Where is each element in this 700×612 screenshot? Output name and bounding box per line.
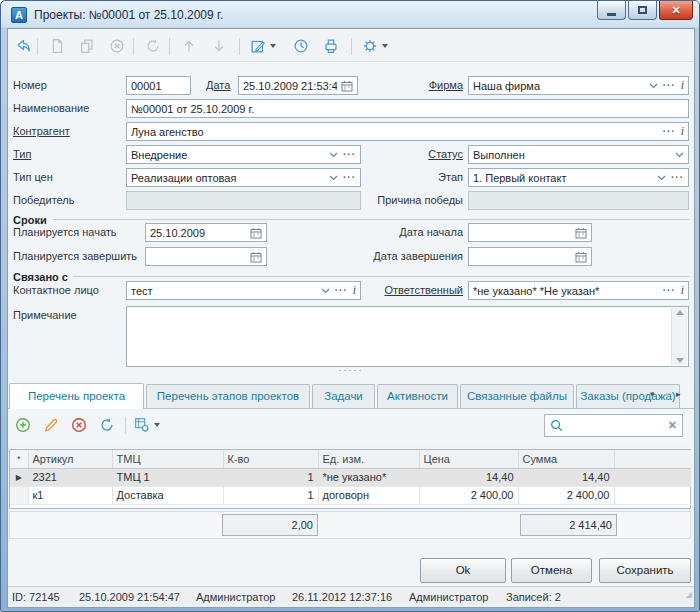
name-value: №00001 от 25.10.2009 г.	[131, 103, 684, 115]
date-label[interactable]: Дата	[206, 76, 230, 95]
firm-select[interactable]: Наша фирма ··· i	[468, 76, 689, 95]
copy-icon[interactable]	[75, 34, 99, 58]
resize-grip[interactable]: ◢	[686, 585, 692, 605]
tab-activities[interactable]: Активности	[377, 384, 458, 408]
type-value: Внедрение	[131, 149, 325, 161]
add-icon[interactable]	[11, 413, 35, 437]
counterparty-label[interactable]: Контрагент	[13, 122, 70, 141]
settings-gear-icon[interactable]	[359, 34, 395, 58]
firm-label[interactable]: Фирма	[301, 76, 463, 95]
calendar-icon[interactable]	[250, 251, 262, 263]
column-sum[interactable]: Сумма	[518, 450, 614, 468]
column-price[interactable]: Цена	[419, 450, 518, 468]
toolbar-separator	[37, 38, 38, 55]
new-document-icon[interactable]	[45, 34, 69, 58]
chevron-down-icon[interactable]	[649, 83, 658, 89]
cell-price: 2 400,00	[419, 486, 518, 504]
name-input[interactable]: №00001 от 25.10.2009 г.	[126, 99, 689, 118]
responsible-input[interactable]: *не указано* *Не указан* ···i	[468, 281, 689, 300]
edit-pencil-icon[interactable]	[39, 413, 63, 437]
status-label[interactable]: Статус	[301, 145, 463, 164]
undo-icon[interactable]	[11, 34, 35, 58]
minimize-button[interactable]	[597, 1, 626, 20]
ellipsis-icon[interactable]: ···	[671, 173, 684, 183]
marker-column-header: *	[10, 450, 28, 468]
cell-item: Доставка	[112, 486, 223, 504]
splitter-handle[interactable]: ·····	[331, 365, 371, 375]
clear-search-icon[interactable]: ✕	[668, 419, 677, 432]
edit-icon[interactable]	[247, 34, 283, 58]
delete-icon[interactable]	[105, 34, 129, 58]
counterparty-input[interactable]: Луна агенство ···i	[126, 122, 689, 141]
start-date-input[interactable]	[468, 223, 592, 242]
grid-settings-icon[interactable]	[133, 413, 169, 437]
calendar-icon[interactable]	[250, 227, 262, 239]
print-icon[interactable]	[319, 34, 343, 58]
price-type-value: Реализации оптовая	[131, 172, 325, 184]
stage-select[interactable]: 1. Первый контакт ···	[468, 168, 689, 187]
counterparty-value: Луна агенство	[131, 126, 659, 138]
history-icon[interactable]	[289, 34, 313, 58]
table-row[interactable]: ▶ 2321 ТМЦ 1 1 *не указано* 14,40 14,40	[10, 468, 691, 486]
move-up-icon[interactable]	[177, 34, 201, 58]
column-item[interactable]: ТМЦ	[112, 450, 223, 468]
tab-scroll-right-icon[interactable]: ▸	[676, 388, 681, 400]
column-sku[interactable]: Артикул	[28, 450, 112, 468]
chevron-down-icon[interactable]	[657, 175, 666, 181]
finish-date-input[interactable]	[468, 247, 592, 266]
info-icon[interactable]: i	[681, 78, 684, 93]
plan-finish-input[interactable]	[145, 247, 267, 266]
ellipsis-icon[interactable]: ···	[663, 286, 676, 296]
note-textarea[interactable]	[126, 306, 689, 367]
note-scrollbar[interactable]	[671, 308, 687, 365]
items-grid: * Артикул ТМЦ К-во Ед. изм. Цена Сумма ▶…	[9, 449, 691, 509]
refresh-grid-icon[interactable]	[95, 413, 119, 437]
status-id: ID: 72145	[12, 587, 60, 607]
ellipsis-icon[interactable]: ···	[663, 127, 676, 137]
info-icon[interactable]: i	[681, 124, 684, 139]
close-button[interactable]: ✕	[659, 1, 693, 20]
number-input[interactable]: 00001	[126, 76, 191, 95]
ok-button[interactable]: Ok	[420, 558, 506, 583]
total-sum: 2 414,40	[520, 514, 617, 536]
refresh-icon[interactable]	[141, 34, 165, 58]
status-created-at: 25.10.2009 21:54:47	[79, 587, 180, 607]
table-row[interactable]: к1 Доставка 1 договорн 2 400,00 2 400,00	[10, 486, 691, 504]
type-label[interactable]: Тип	[13, 145, 31, 164]
status-bar: ID: 72145 25.10.2009 21:54:47 Администра…	[8, 586, 694, 607]
column-unit[interactable]: Ед. изм.	[318, 450, 419, 468]
chevron-down-icon	[382, 44, 388, 48]
calendar-icon[interactable]	[575, 227, 587, 239]
cell-sku: к1	[28, 486, 112, 504]
save-button[interactable]: Сохранить	[599, 558, 691, 583]
responsible-label[interactable]: Ответственный	[301, 281, 463, 300]
chevron-down-icon[interactable]	[675, 152, 684, 158]
move-down-icon[interactable]	[207, 34, 231, 58]
scroll-up-icon[interactable]	[676, 310, 684, 315]
calendar-icon[interactable]	[575, 251, 587, 263]
search-icon	[550, 419, 563, 432]
toolbar-separator	[169, 38, 170, 55]
tab-list-dropdown-icon[interactable]: ▾	[650, 388, 655, 400]
stage-value: 1. Первый контакт	[473, 172, 653, 184]
ellipsis-icon[interactable]: ···	[663, 81, 676, 91]
cancel-button[interactable]: Отмена	[511, 558, 592, 583]
tab-project-list[interactable]: Перечень проекта	[9, 383, 144, 409]
window-title: Проекты: №00001 от 25.10.2009 г.	[34, 8, 223, 22]
tab-scroll-left-icon[interactable]: ◂	[664, 388, 669, 400]
plan-start-input[interactable]: 25.10.2009	[145, 223, 267, 242]
status-records: Записей: 2	[506, 587, 561, 607]
info-icon[interactable]: i	[681, 283, 684, 298]
tab-linked-files[interactable]: Связанные файлы	[460, 384, 574, 408]
tab-project-stages[interactable]: Перечень этапов проектов	[146, 384, 310, 408]
maximize-button[interactable]	[628, 1, 657, 20]
status-select[interactable]: Выполнен	[468, 145, 689, 164]
search-box[interactable]: ✕	[544, 414, 683, 437]
delete-row-icon[interactable]	[67, 413, 91, 437]
start-date-label: Дата начала	[301, 223, 463, 242]
tab-tasks[interactable]: Задачи	[312, 384, 375, 408]
column-qty[interactable]: К-во	[223, 450, 318, 468]
search-input[interactable]	[567, 420, 664, 432]
maximize-icon	[638, 6, 647, 14]
scroll-down-icon[interactable]	[676, 358, 684, 363]
